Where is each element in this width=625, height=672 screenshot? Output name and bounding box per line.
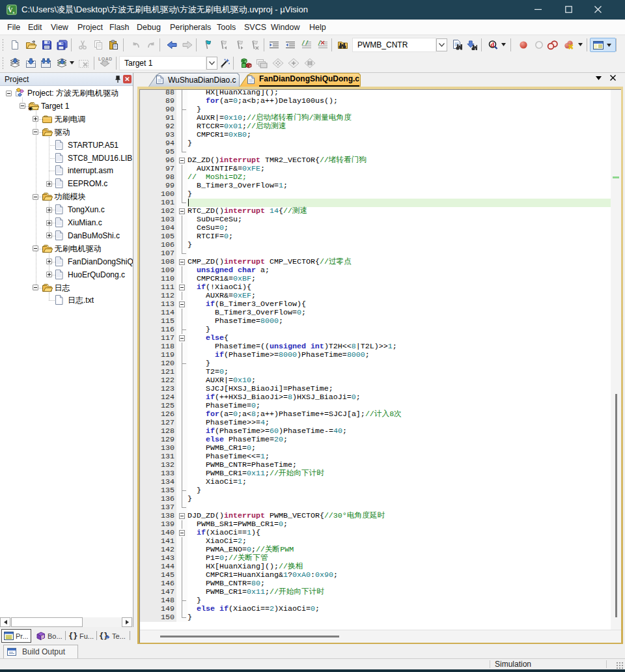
maximize-button[interactable] — [565, 0, 594, 20]
project-panel-header[interactable]: Project ✕ — [0, 73, 133, 86]
breakpoint-toggle-icon[interactable] — [518, 39, 529, 51]
tree-expander-minus-icon[interactable] — [33, 129, 38, 135]
fold-collapse-icon[interactable] — [176, 258, 188, 266]
title-bar[interactable]: Vs C:\Users\凌晨\Desktop\方波无刷电机驱动\方波无刷电机驱动… — [0, 0, 625, 20]
editor-vscrollbar[interactable] — [611, 90, 621, 630]
code-line-106[interactable]: 106} — [140, 241, 611, 249]
code-line-136[interactable]: 136} — [140, 495, 611, 503]
menu-tools[interactable]: Tools — [217, 20, 236, 35]
breakpoint-enable-icon[interactable] — [533, 39, 545, 51]
target-combobox[interactable]: Target 1 — [119, 56, 206, 70]
code-line-115[interactable]: 115 PhaseTime=8000; — [140, 317, 611, 326]
minimize-button[interactable] — [535, 0, 564, 20]
menu-debug[interactable]: Debug — [137, 20, 161, 35]
tree-item-STC8_MDU16.LIB[interactable]: STC8_MDU16.LIB — [0, 152, 133, 165]
batch-build-icon[interactable] — [56, 57, 68, 69]
incremental-find-icon[interactable] — [466, 39, 478, 51]
navigate-forward-icon[interactable] — [182, 39, 193, 51]
tree-expander-plus-icon[interactable] — [46, 272, 52, 277]
batch-build-dropdown-icon[interactable] — [70, 61, 75, 65]
fold-collapse-icon[interactable] — [176, 334, 188, 343]
copy-icon[interactable] — [92, 39, 104, 51]
menu-project[interactable]: Project — [77, 20, 103, 35]
tree-item--.txt[interactable]: 日志.txt — [0, 294, 133, 307]
panel-tab-Bo[interactable]: ?Bo... — [36, 629, 62, 643]
tree-item--[interactable]: 驱动 — [0, 126, 133, 139]
indent-icon[interactable] — [268, 39, 280, 51]
panel-tab-Fu[interactable]: {}Fu... — [68, 629, 94, 643]
tree-item-Target-1[interactable]: ✳Target 1 — [0, 100, 133, 113]
tree-expander-plus-icon[interactable] — [46, 220, 52, 226]
target-options-wand-icon[interactable] — [219, 57, 230, 69]
translate-file-icon[interactable] — [9, 57, 21, 69]
save-icon[interactable] — [41, 39, 53, 51]
new-file-icon[interactable] — [9, 39, 21, 51]
project-hscrollbar[interactable] — [0, 617, 133, 627]
search-combobox-dropdown-icon[interactable] — [436, 38, 447, 51]
code-line-94[interactable]: 94} — [140, 139, 611, 148]
resize-grip[interactable] — [616, 662, 623, 669]
navigate-back-icon[interactable] — [166, 39, 178, 51]
tree-item--[interactable]: 无刷电机驱动 — [0, 242, 133, 255]
scroll-thumb[interactable] — [160, 636, 339, 637]
find-document-icon[interactable] — [451, 39, 463, 51]
menu-flash[interactable]: Flash — [109, 20, 130, 35]
tree-item-Project-[interactable]: Project: 方波无刷电机驱动 — [0, 87, 133, 100]
pack-installer-icon[interactable] — [304, 57, 316, 69]
bookmark-next-icon[interactable] — [234, 39, 245, 51]
scroll-thumb[interactable] — [615, 394, 617, 617]
code-line-105[interactable]: 105 RTCIF=0; — [140, 232, 611, 241]
fold-collapse-icon[interactable] — [176, 207, 188, 216]
code-line-119[interactable]: 119 if(PhaseTime>=8000)PhaseTime=8000; — [140, 351, 611, 359]
tree-item-XiuMian.c[interactable]: XiuMian.c — [0, 216, 133, 229]
bookmark-toggle-icon[interactable] — [202, 39, 214, 51]
menu-help[interactable]: Help — [309, 20, 326, 35]
code-line-89[interactable]: 89 for(a=0;a<b;a++)Delay100us(); — [140, 97, 611, 105]
tree-item-EEPROM.c[interactable]: EEPROM.c — [0, 177, 133, 190]
tree-expander-minus-icon[interactable] — [33, 245, 38, 251]
build-output-tab[interactable]: Build Output — [3, 645, 78, 658]
undo-icon[interactable] — [130, 39, 142, 51]
open-file-icon[interactable] — [25, 39, 37, 51]
tab-list-dropdown-icon[interactable] — [596, 76, 605, 84]
tree-expander-minus-icon[interactable] — [6, 91, 12, 96]
load-flash-icon[interactable]: LOAD — [97, 56, 113, 68]
tree-item-FanDianDongShiQ[interactable]: FanDianDongShiQ — [0, 255, 133, 268]
multi-project-icon[interactable] — [272, 57, 284, 69]
pin-icon[interactable] — [113, 75, 122, 84]
tree-expander-plus-icon[interactable] — [46, 232, 52, 238]
project-panel-close-icon[interactable]: ✕ — [123, 75, 132, 83]
flash-diamond-icon[interactable] — [288, 57, 299, 69]
rebuild-icon[interactable] — [40, 57, 51, 69]
menu-svcs[interactable]: SVCS — [244, 20, 266, 35]
tree-item-TongXun.c[interactable]: TongXun.c — [0, 203, 133, 216]
paste-icon[interactable] — [107, 39, 119, 51]
tree-item-STARTUP.A51[interactable]: STARTUP.A51 — [0, 139, 133, 152]
bookmark-prev-icon[interactable] — [217, 39, 229, 51]
toolbar-grip[interactable] — [2, 57, 4, 70]
start-debug-dropdown-icon[interactable] — [501, 43, 507, 47]
uncomment-icon[interactable]: / — [317, 39, 329, 51]
unindent-icon[interactable] — [285, 39, 296, 51]
close-button[interactable] — [594, 0, 624, 20]
code-line-147[interactable]: 147 PWMB_CR1=0x11;//开始向下计时 — [140, 588, 611, 596]
scroll-left-icon[interactable] — [0, 617, 10, 627]
bookmark-clear-icon[interactable] — [249, 39, 260, 51]
find-in-files-icon[interactable] — [337, 39, 349, 51]
cut-icon[interactable] — [77, 39, 89, 51]
code-line-100[interactable]: 100} — [140, 190, 611, 199]
manage-items-icon[interactable] — [256, 57, 268, 69]
tree-item--[interactable]: 无刷电调 — [0, 113, 133, 126]
tree-expander-plus-icon[interactable] — [46, 207, 52, 213]
menu-file[interactable]: File — [7, 20, 20, 35]
manage-rte-icon[interactable] — [240, 57, 252, 69]
tree-expander-minus-icon[interactable] — [20, 103, 25, 109]
panel-tab-Te[interactable]: {}Te... — [99, 629, 126, 643]
comment-icon[interactable]: // — [301, 39, 312, 51]
fold-collapse-icon[interactable] — [176, 300, 188, 309]
code-editor[interactable]: 88 HX[HuanXiang]();89 for(a=0;a<b;a++)De… — [139, 89, 621, 643]
save-all-icon[interactable] — [57, 39, 68, 51]
document-tab-WuShuaDianDiao.c[interactable]: WuShuaDianDiao.c — [148, 73, 240, 87]
build-icon[interactable] — [25, 57, 36, 69]
target-combobox-dropdown-icon[interactable] — [206, 57, 217, 70]
